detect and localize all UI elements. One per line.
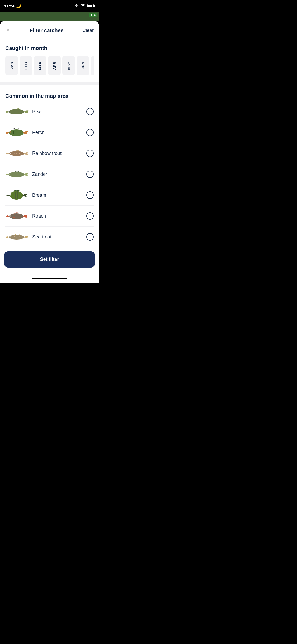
svg-point-32 (16, 237, 17, 237)
fish-item-sea-trout[interactable]: Sea trout (5, 227, 94, 247)
fish-name-rainbow-trout: Rainbow trout (32, 151, 86, 156)
sheet-header: × Filter catches Clear (0, 21, 99, 39)
fish-radio-sea-trout[interactable] (86, 233, 94, 241)
month-label-jun: JUN (81, 62, 85, 69)
month-grid: JANFEBMARAPRMAYJUNJULAUGSEPOCTNOVDEC (5, 56, 94, 76)
fish-name-pike: Pike (32, 109, 86, 114)
fish-image-roach (5, 209, 29, 223)
svg-point-3 (9, 129, 24, 136)
wifi-icon (81, 4, 85, 8)
month-cell-jul[interactable]: JUL (91, 56, 94, 75)
fish-name-sea-trout: Sea trout (32, 234, 86, 240)
home-bar (32, 278, 67, 279)
home-indicator (0, 274, 99, 283)
svg-point-2 (9, 111, 10, 112)
svg-point-16 (8, 172, 24, 177)
set-filter-button[interactable]: Set filter (4, 251, 95, 268)
fish-radio-rainbow-trout[interactable] (86, 150, 94, 157)
close-button[interactable]: × (5, 26, 11, 34)
svg-point-15 (10, 153, 10, 154)
fish-name-perch: Perch (32, 130, 86, 135)
fish-item-roach[interactable]: Roach (5, 206, 94, 227)
month-label-feb: FEB (24, 62, 28, 70)
moon-icon: 🌙 (16, 3, 21, 8)
section-divider (0, 82, 99, 85)
fish-radio-bream[interactable] (86, 191, 94, 199)
clear-button[interactable]: Clear (82, 28, 94, 33)
set-filter-area: Set filter (0, 247, 99, 274)
fish-list: Pike Perch Rainbow trout (5, 101, 94, 247)
svg-point-20 (10, 174, 10, 174)
fish-item-pike[interactable]: Pike (5, 101, 94, 122)
month-cell-jun[interactable]: JUN (77, 56, 89, 75)
filter-sheet: × Filter catches Clear Caught in month J… (0, 21, 99, 283)
fish-name-zander: Zander (32, 172, 86, 177)
svg-point-27 (13, 217, 15, 218)
month-label-may: MAY (67, 62, 71, 70)
status-right: ✈ (75, 3, 95, 8)
month-section: Caught in month JANFEBMARAPRMAYJUNJULAUG… (0, 39, 99, 78)
fish-radio-roach[interactable] (86, 212, 94, 220)
fish-item-zander[interactable]: Zander (5, 164, 94, 185)
svg-point-25 (10, 194, 11, 195)
svg-point-0 (8, 109, 24, 114)
month-label-mar: MAR (38, 61, 42, 70)
fish-item-bream[interactable]: Bream (5, 185, 94, 206)
fish-section: Common in the map area Pike Perch (0, 89, 99, 247)
svg-point-35 (10, 237, 10, 237)
fish-image-rainbow-trout (5, 147, 29, 160)
month-cell-may[interactable]: MAY (62, 56, 75, 75)
map-background (0, 12, 99, 21)
month-label-jan: JAN (10, 62, 14, 69)
svg-point-11 (14, 153, 15, 153)
svg-point-31 (14, 236, 15, 237)
fish-image-sea-trout (5, 230, 29, 243)
month-cell-jan[interactable]: JAN (5, 56, 18, 75)
month-cell-feb[interactable]: FEB (20, 56, 32, 75)
fish-radio-pike[interactable] (86, 108, 94, 115)
airplane-icon: ✈ (75, 3, 78, 8)
status-bar: 11:24 🌙 ✈ (0, 0, 99, 12)
fish-image-pike (5, 105, 29, 118)
fish-image-zander (5, 168, 29, 181)
fish-radio-perch[interactable] (86, 129, 94, 136)
battery-icon (87, 4, 95, 7)
time-label: 11:24 (4, 4, 14, 8)
svg-point-9 (10, 132, 10, 132)
svg-point-29 (10, 216, 10, 216)
fish-item-rainbow-trout[interactable]: Rainbow trout (5, 143, 94, 164)
fish-section-title: Common in the map area (5, 93, 94, 99)
month-cell-mar[interactable]: MAR (34, 56, 46, 75)
fish-image-perch (5, 126, 29, 139)
fish-name-roach: Roach (32, 213, 86, 219)
svg-point-12 (16, 153, 17, 154)
month-cell-apr[interactable]: APR (48, 56, 61, 75)
fish-item-perch[interactable]: Perch (5, 122, 94, 143)
svg-point-13 (19, 153, 20, 154)
fish-image-bream (5, 188, 29, 202)
month-label-apr: APR (53, 62, 56, 70)
sheet-title: Filter catches (11, 27, 82, 34)
fish-radio-zander[interactable] (86, 171, 94, 178)
fish-name-bream: Bream (32, 192, 86, 198)
svg-point-21 (10, 191, 23, 200)
svg-point-33 (19, 236, 20, 237)
month-section-title: Caught in month (5, 45, 94, 51)
status-left: 11:24 🌙 (4, 3, 21, 8)
svg-point-26 (9, 213, 23, 219)
